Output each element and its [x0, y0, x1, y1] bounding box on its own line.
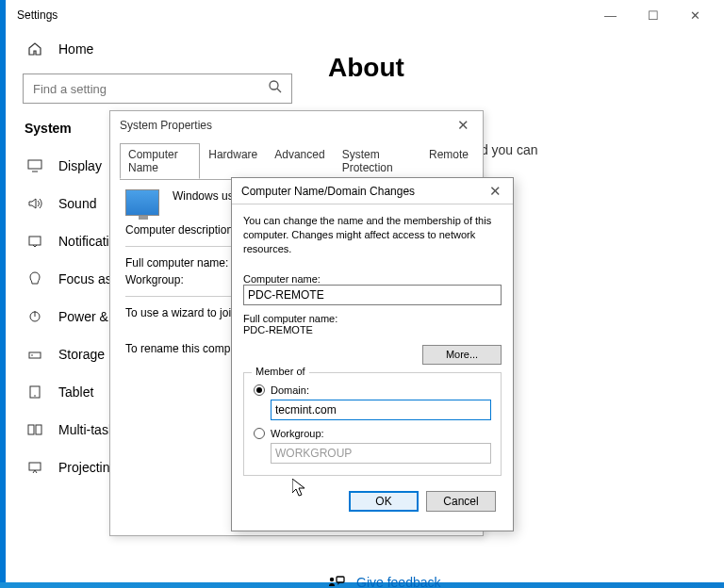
tab-computer-name[interactable]: Computer Name	[120, 143, 200, 179]
domain-input[interactable]	[271, 400, 491, 420]
minimize-button[interactable]: —	[589, 1, 632, 29]
computer-name-input[interactable]	[243, 285, 502, 305]
focus-assist-icon	[25, 271, 45, 286]
full-name-value: PDC-REMOTE	[243, 324, 502, 335]
domdlg-title-text: Computer Name/Domain Changes	[241, 185, 481, 198]
give-feedback-link[interactable]: Give feedback	[328, 575, 705, 588]
feedback-label: Give feedback	[356, 575, 441, 588]
domdlg-desc: You can change the name and the membersh…	[243, 214, 502, 256]
sysprop-tabs: Computer Name Hardware Advanced System P…	[110, 139, 483, 179]
sysprop-title-text: System Properties	[120, 119, 449, 132]
home-icon	[25, 41, 45, 57]
search-input[interactable]	[23, 74, 292, 104]
notifications-icon	[25, 234, 45, 249]
ok-button[interactable]: OK	[349, 491, 419, 512]
nav-label: Sound	[58, 196, 96, 211]
multitasking-icon	[25, 422, 45, 437]
svg-rect-15	[337, 577, 344, 582]
svg-rect-7	[29, 352, 41, 358]
nav-home[interactable]: Home	[6, 30, 309, 68]
full-name-label: Full computer name:	[125, 256, 239, 270]
svg-rect-12	[36, 425, 41, 434]
computer-description-label: Computer description:	[125, 223, 239, 237]
svg-rect-11	[28, 425, 34, 434]
close-icon[interactable]: ✕	[481, 183, 509, 200]
close-icon[interactable]: ✕	[449, 117, 477, 134]
svg-rect-4	[29, 237, 41, 245]
computer-name-label: Computer name:	[243, 273, 502, 285]
workgroup-label: Workgroup:	[125, 273, 239, 286]
member-of-legend: Member of	[252, 366, 309, 377]
svg-rect-13	[29, 463, 41, 470]
nav-home-label: Home	[58, 41, 93, 57]
radio-unselected-icon	[254, 428, 265, 439]
domain-changes-dialog: Computer Name/Domain Changes ✕ You can c…	[231, 177, 514, 531]
svg-point-8	[31, 354, 33, 356]
nav-label: Storage	[58, 347, 105, 362]
svg-rect-2	[28, 160, 41, 169]
sound-icon	[25, 196, 45, 211]
settings-title: Settings	[13, 8, 589, 22]
tab-advanced[interactable]: Advanced	[266, 143, 333, 179]
workgroup-input	[271, 443, 491, 464]
tab-remote[interactable]: Remote	[420, 143, 477, 179]
svg-line-1	[277, 89, 281, 92]
feedback-icon	[328, 575, 345, 588]
workgroup-label: Workgroup:	[271, 428, 324, 439]
workgroup-radio[interactable]: Workgroup:	[254, 428, 491, 439]
tablet-icon	[25, 384, 45, 400]
tab-system-protection[interactable]: System Protection	[334, 143, 420, 179]
tab-hardware[interactable]: Hardware	[200, 143, 266, 179]
member-of-group: Member of Domain: Workgroup:	[243, 372, 502, 476]
power-icon	[25, 309, 45, 324]
nav-label: Tablet	[58, 384, 93, 400]
svg-point-10	[34, 395, 36, 397]
about-heading: About	[328, 53, 705, 83]
projecting-icon	[25, 460, 45, 475]
more-button[interactable]: More...	[422, 345, 502, 365]
search-icon[interactable]	[268, 79, 283, 94]
radio-selected-icon	[254, 384, 265, 396]
svg-point-0	[270, 81, 278, 90]
nav-label: Display	[58, 158, 102, 173]
domain-label: Domain:	[271, 384, 309, 396]
svg-point-14	[330, 577, 334, 580]
sysprop-titlebar[interactable]: System Properties ✕	[110, 111, 483, 139]
cancel-button[interactable]: Cancel	[426, 491, 496, 512]
display-icon	[25, 158, 45, 173]
monitor-icon	[125, 189, 159, 216]
domdlg-titlebar[interactable]: Computer Name/Domain Changes ✕	[232, 178, 513, 204]
storage-icon	[25, 347, 45, 362]
close-button[interactable]: ✕	[674, 1, 716, 29]
maximize-button[interactable]: ☐	[632, 1, 674, 29]
full-name-label: Full computer name:	[243, 313, 502, 324]
domain-radio[interactable]: Domain:	[254, 384, 491, 396]
settings-titlebar: Settings — ☐ ✕	[6, 0, 724, 30]
